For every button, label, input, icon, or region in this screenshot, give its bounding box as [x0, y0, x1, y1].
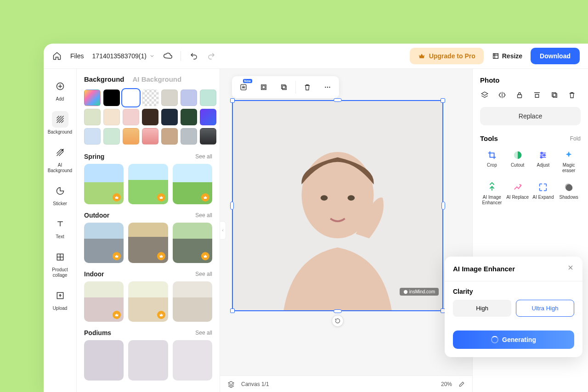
siderail-sticker[interactable]: Sticker	[46, 180, 74, 209]
bg-thumb[interactable]	[128, 281, 168, 322]
swatch-color[interactable]	[181, 90, 197, 106]
crop-button[interactable]	[254, 78, 273, 96]
resize-button[interactable]: Resize	[492, 52, 522, 60]
redo-button[interactable]	[207, 51, 216, 61]
bg-thumb[interactable]	[128, 340, 168, 381]
frame-icon	[260, 83, 268, 91]
swatch-color[interactable]	[200, 109, 216, 125]
siderail-add[interactable]: Add	[46, 75, 74, 105]
resize-handle-mr[interactable]	[441, 202, 445, 210]
bg-thumb[interactable]	[173, 281, 212, 322]
bg-thumb[interactable]	[173, 340, 212, 381]
siderail-background-label: Background	[48, 129, 72, 135]
swatch-color[interactable]	[200, 90, 216, 106]
swatch-rainbow[interactable]	[84, 90, 101, 106]
bg-thumb[interactable]	[173, 223, 212, 263]
swatch-color[interactable]	[200, 128, 216, 145]
resize-handle-bl[interactable]	[230, 308, 235, 313]
see-all-link[interactable]: See all	[195, 153, 212, 160]
swatch-white[interactable]	[123, 90, 139, 106]
files-menu[interactable]: Files	[70, 52, 84, 60]
zoom-value[interactable]: 20%	[441, 381, 452, 387]
swatch-color[interactable]	[123, 109, 139, 125]
delete-button[interactable]	[298, 78, 317, 96]
canvas-area[interactable]: New insMind.com	[220, 69, 472, 392]
swatch-color[interactable]	[123, 128, 139, 145]
edit-icon[interactable]	[458, 381, 465, 387]
siderail-text[interactable]: Text	[46, 213, 74, 242]
tab-ai-background[interactable]: AI Background	[133, 75, 182, 83]
clarity-option-ultra-high[interactable]: Ultra High	[516, 300, 574, 317]
layers-icon[interactable]	[227, 381, 235, 388]
swatch-color[interactable]	[161, 128, 178, 145]
tool-adjust[interactable]: Adjust	[531, 148, 555, 175]
section-head-outdoor: Outdoor See all	[84, 212, 212, 219]
rotate-handle[interactable]	[332, 315, 344, 327]
siderail-upload-label: Upload	[53, 306, 68, 311]
tool-crop[interactable]: Crop	[480, 148, 504, 175]
close-button[interactable]	[567, 264, 574, 274]
siderail-background[interactable]: Background	[46, 108, 74, 138]
see-all-link[interactable]: See all	[195, 330, 212, 336]
bg-thumb[interactable]	[84, 164, 124, 204]
selected-element-frame[interactable]: insMind.com	[232, 100, 443, 311]
tool-shadows[interactable]: Shadows	[557, 180, 581, 207]
more-icon	[323, 83, 332, 91]
ai-button[interactable]: New	[234, 78, 253, 96]
tool-ai-expand[interactable]: AI Expand	[531, 180, 555, 207]
home-icon[interactable]	[52, 51, 62, 61]
download-button[interactable]: Download	[531, 48, 580, 64]
see-all-link[interactable]: See all	[195, 271, 212, 277]
swatch-color[interactable]	[181, 128, 197, 145]
bg-thumb[interactable]	[128, 223, 168, 263]
collapse-left-panel-button[interactable]	[220, 221, 226, 240]
undo-button[interactable]	[189, 51, 198, 61]
layers-button[interactable]	[480, 90, 489, 100]
swatch-color[interactable]	[142, 109, 158, 125]
upgrade-button[interactable]: Upgrade to Pro	[410, 48, 484, 64]
align-button[interactable]	[532, 90, 542, 100]
more-button[interactable]	[318, 78, 337, 96]
generate-button[interactable]: Generating	[453, 330, 574, 349]
swatch-color[interactable]	[142, 128, 158, 145]
siderail-ai-background[interactable]: AI Background	[46, 141, 74, 176]
flip-button[interactable]	[498, 90, 507, 100]
fold-link[interactable]: Fold	[570, 135, 581, 142]
ai-icon	[239, 83, 248, 92]
sync-icon[interactable]	[163, 51, 172, 61]
siderail-product-collage[interactable]: Product collage	[46, 246, 74, 281]
resize-handle-tl[interactable]	[230, 98, 235, 103]
swatch-color[interactable]	[84, 128, 101, 145]
clarity-option-high[interactable]: High	[453, 300, 511, 317]
swatch-black[interactable]	[103, 90, 120, 106]
resize-handle-tm[interactable]	[334, 98, 342, 102]
tab-background[interactable]: Background	[84, 75, 124, 83]
tool-cutout[interactable]: Cutout	[506, 148, 530, 175]
bg-thumb[interactable]	[84, 281, 124, 322]
bg-thumb[interactable]	[84, 223, 124, 263]
filename-dropdown[interactable]: 1714013583709(1)	[92, 52, 155, 60]
copy-button[interactable]	[550, 90, 559, 100]
bg-thumb[interactable]	[84, 340, 124, 381]
see-all-link[interactable]: See all	[195, 212, 212, 218]
delete-button[interactable]	[567, 90, 577, 100]
lock-button[interactable]	[515, 90, 524, 100]
swatch-color[interactable]	[161, 90, 178, 106]
swatch-color[interactable]	[103, 128, 120, 145]
bg-thumb[interactable]	[173, 164, 212, 204]
tool-magic-eraser[interactable]: Magic eraser	[557, 148, 581, 175]
swatch-color[interactable]	[161, 109, 178, 125]
siderail-upload[interactable]: Upload	[46, 285, 74, 314]
tool-ai-image-enhancer[interactable]: AI Image Enhancer	[480, 180, 504, 207]
tool-ai-replace[interactable]: AI Replace	[506, 180, 530, 207]
swatch-color[interactable]	[103, 109, 120, 125]
swatch-color[interactable]	[84, 109, 101, 125]
resize-handle-bm[interactable]	[334, 309, 342, 313]
resize-handle-tr[interactable]	[441, 98, 445, 103]
bg-thumb[interactable]	[128, 164, 168, 204]
duplicate-button[interactable]	[274, 78, 294, 96]
swatch-color[interactable]	[181, 109, 197, 125]
replace-button[interactable]: Replace	[480, 107, 581, 125]
swatch-transparent[interactable]	[142, 90, 158, 106]
resize-handle-ml[interactable]	[230, 202, 234, 210]
